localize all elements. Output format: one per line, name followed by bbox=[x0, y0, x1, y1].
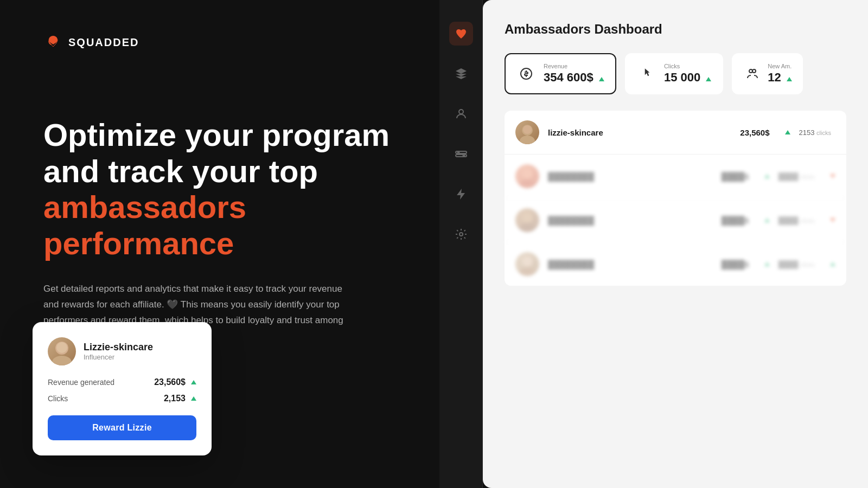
svg-point-11 bbox=[523, 125, 532, 134]
profile-name: Lizzie-skincare bbox=[84, 342, 153, 353]
revenue-generated-label: Revenue generated bbox=[48, 378, 114, 387]
toggle-icon bbox=[455, 147, 468, 160]
ambassador-name-3: ████████ bbox=[548, 216, 713, 225]
ambassador-row-4: ████████ ████$ ████ clicks bbox=[505, 242, 846, 286]
ambassador-clicks-3: ████ clicks bbox=[778, 216, 815, 224]
new-am-info: New Am. 12 bbox=[768, 63, 792, 85]
profile-role: Influencer bbox=[84, 353, 153, 361]
headline-accent: ambassadors performance bbox=[43, 189, 246, 261]
profile-stat-revenue: Revenue generated 23,560$ bbox=[48, 377, 196, 387]
svg-point-17 bbox=[520, 267, 535, 276]
avatar-lizzie bbox=[515, 120, 539, 144]
avatar-placeholder-3 bbox=[515, 208, 539, 232]
headline-line1: Optimize your program bbox=[43, 117, 390, 152]
avatar-placeholder-4 bbox=[515, 252, 539, 276]
svg-point-19 bbox=[52, 356, 72, 365]
avatar-placeholder-2 bbox=[515, 164, 539, 188]
profile-card: Lizzie-skincare Influencer Revenue gener… bbox=[33, 322, 212, 455]
ambassador-clicks-2: ████ clicks bbox=[778, 172, 815, 181]
ambassador-name-4: ████████ bbox=[548, 260, 713, 269]
revenue-label: Revenue bbox=[544, 63, 604, 69]
svg-point-4 bbox=[463, 155, 464, 157]
avatar-2 bbox=[515, 164, 539, 188]
new-am-label: New Am. bbox=[768, 63, 792, 69]
revenue-trend-4 bbox=[764, 262, 770, 266]
reward-button[interactable]: Reward Lizzie bbox=[48, 415, 196, 440]
ambassador-clicks-4: ████ clicks bbox=[778, 260, 815, 268]
sidebar-item-user[interactable] bbox=[449, 102, 473, 126]
ambassador-revenue-2: ████$ bbox=[722, 172, 749, 181]
profile-avatar bbox=[48, 337, 76, 365]
ambassador-name-2: ████████ bbox=[548, 172, 713, 181]
revenue-trend-icon bbox=[599, 77, 604, 81]
new-am-trend-icon bbox=[787, 77, 792, 81]
profile-info: Lizzie-skincare Influencer bbox=[84, 342, 153, 361]
svg-point-10 bbox=[520, 136, 535, 144]
profile-stat-clicks: Clicks 2,153 bbox=[48, 394, 196, 403]
sidebar-item-gear[interactable] bbox=[449, 222, 473, 246]
svg-point-12 bbox=[522, 168, 533, 179]
sidebar-item-bolt[interactable] bbox=[449, 182, 473, 206]
revenue-generated-value: 23,560$ bbox=[154, 377, 196, 387]
clicks-trend-3 bbox=[830, 218, 835, 222]
ambassador-row-3: ████████ ████$ ████ clicks bbox=[505, 198, 846, 242]
heart-icon bbox=[455, 27, 468, 40]
profile-clicks-trend-icon bbox=[191, 396, 196, 401]
brand-name: SQUADDED bbox=[68, 36, 139, 49]
new-am-value: 12 bbox=[768, 70, 792, 85]
revenue-trend-2 bbox=[764, 174, 770, 178]
ambassador-clicks-lizzie: 2153 clicks bbox=[799, 129, 831, 137]
clicks-trend-4 bbox=[830, 262, 835, 266]
svg-point-0 bbox=[459, 110, 463, 114]
ambassador-name-lizzie: lizzie-skincare bbox=[548, 128, 731, 137]
revenue-icon bbox=[516, 64, 536, 84]
sidebar-item-toggle[interactable] bbox=[449, 142, 473, 166]
sidebar bbox=[439, 0, 483, 488]
headline: Optimize your program and track your top… bbox=[43, 117, 401, 262]
ambassador-list: lizzie-skincare 23,560$ 2153 clicks bbox=[505, 111, 846, 286]
svg-point-20 bbox=[56, 342, 67, 353]
ambassador-revenue-4: ████$ bbox=[722, 260, 749, 269]
layers-icon bbox=[455, 67, 468, 80]
stat-card-new-am[interactable]: New Am. 12 bbox=[732, 53, 803, 94]
new-am-icon bbox=[743, 64, 762, 84]
sidebar-item-layers[interactable] bbox=[449, 62, 473, 86]
avatar-3 bbox=[515, 208, 539, 232]
svg-point-3 bbox=[457, 152, 459, 153]
clicks-trend-2 bbox=[830, 174, 835, 178]
profile-header: Lizzie-skincare Influencer bbox=[48, 337, 196, 365]
avatar-placeholder-lizzie bbox=[515, 120, 539, 144]
svg-point-8 bbox=[752, 69, 756, 73]
ambassador-row-lizzie[interactable]: lizzie-skincare 23,560$ 2153 clicks bbox=[505, 111, 846, 155]
clicks-stat-value: 2,153 bbox=[164, 394, 196, 403]
revenue-trend-3 bbox=[764, 218, 770, 222]
clicks-stat-label: Clicks bbox=[48, 394, 68, 403]
ambassador-row-2: ████████ ████$ ████ clicks bbox=[505, 155, 846, 198]
clicks-value: 15 000 bbox=[664, 70, 711, 85]
profile-revenue-trend-icon bbox=[191, 380, 196, 384]
svg-point-15 bbox=[520, 223, 535, 232]
sidebar-item-heart[interactable] bbox=[449, 22, 473, 46]
logo-icon bbox=[43, 33, 63, 52]
clicks-icon bbox=[637, 64, 656, 84]
user-icon bbox=[455, 107, 468, 120]
profile-stats: Revenue generated 23,560$ Clicks 2,153 bbox=[48, 377, 196, 403]
revenue-info: Revenue 354 600$ bbox=[544, 63, 604, 85]
right-panel: Ambassadors Dashboard Revenue 354 600$ bbox=[439, 0, 868, 488]
ambassador-revenue-3: ████$ bbox=[722, 216, 749, 225]
clicks-label: Clicks bbox=[664, 63, 711, 69]
clicks-trend-icon bbox=[706, 77, 711, 81]
svg-point-16 bbox=[522, 256, 533, 267]
headline-line2: and track your top bbox=[43, 153, 318, 189]
stat-card-clicks[interactable]: Clicks 15 000 bbox=[625, 53, 723, 94]
dashboard-title: Ambassadors Dashboard bbox=[505, 22, 846, 37]
clicks-info: Clicks 15 000 bbox=[664, 63, 711, 85]
svg-point-14 bbox=[522, 212, 533, 223]
svg-point-13 bbox=[520, 179, 535, 188]
revenue-value: 354 600$ bbox=[544, 70, 604, 85]
stat-card-revenue[interactable]: Revenue 354 600$ bbox=[505, 53, 616, 94]
stats-row: Revenue 354 600$ Clicks 15 bbox=[505, 53, 846, 94]
logo: SQUADDED bbox=[43, 33, 401, 52]
svg-point-5 bbox=[459, 233, 463, 236]
ambassador-revenue-lizzie: 23,560$ bbox=[740, 128, 769, 137]
